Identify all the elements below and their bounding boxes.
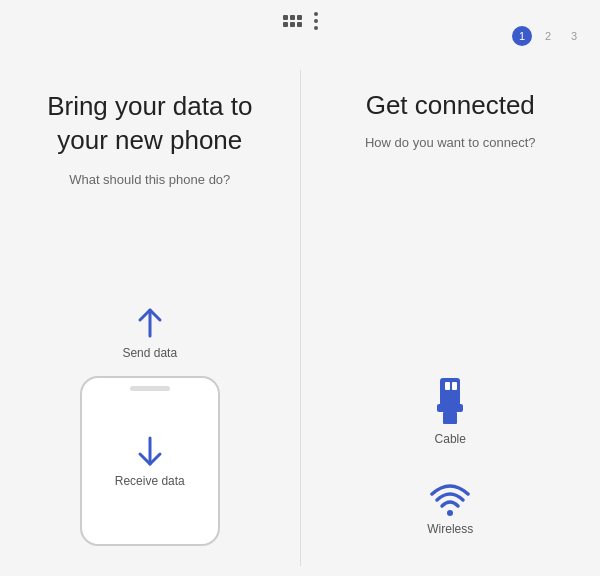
- svg-rect-6: [443, 412, 457, 424]
- right-subtitle: How do you want to connect?: [331, 135, 571, 150]
- step-1: 1: [512, 26, 532, 46]
- receive-data-icon: [132, 434, 168, 470]
- svg-point-7: [447, 510, 453, 516]
- right-panel: Get connected How do you want to connect…: [301, 60, 601, 576]
- svg-rect-5: [437, 404, 463, 412]
- svg-rect-4: [452, 382, 457, 390]
- svg-rect-3: [445, 382, 450, 390]
- receive-data-option[interactable]: Receive data: [115, 434, 185, 488]
- cable-label: Cable: [435, 432, 466, 446]
- more-options-icon[interactable]: [314, 12, 318, 30]
- phone-frame: Receive data: [80, 376, 220, 546]
- left-actions: Send data Receive data: [30, 187, 270, 556]
- wireless-icon: [426, 476, 474, 516]
- step-indicators: 1 2 3: [512, 26, 584, 46]
- right-title: Get connected: [331, 90, 571, 121]
- left-title: Bring your data to your new phone: [30, 90, 270, 158]
- top-bar: [0, 12, 600, 30]
- wireless-option[interactable]: Wireless: [426, 476, 474, 536]
- send-data-option[interactable]: Send data: [122, 304, 177, 360]
- step-2: 2: [538, 26, 558, 46]
- receive-data-label: Receive data: [115, 474, 185, 488]
- phone-notch: [130, 386, 170, 391]
- send-data-icon: [132, 304, 168, 340]
- left-subtitle: What should this phone do?: [30, 172, 270, 187]
- cable-icon: [428, 376, 472, 426]
- send-data-label: Send data: [122, 346, 177, 360]
- left-panel: Bring your data to your new phone What s…: [0, 60, 300, 576]
- step-3: 3: [564, 26, 584, 46]
- cable-option[interactable]: Cable: [428, 376, 472, 446]
- grid-icon: [283, 15, 302, 27]
- right-actions: Cable Wireless: [331, 150, 571, 556]
- svg-rect-2: [440, 378, 460, 406]
- wireless-label: Wireless: [427, 522, 473, 536]
- main-content: Bring your data to your new phone What s…: [0, 60, 600, 576]
